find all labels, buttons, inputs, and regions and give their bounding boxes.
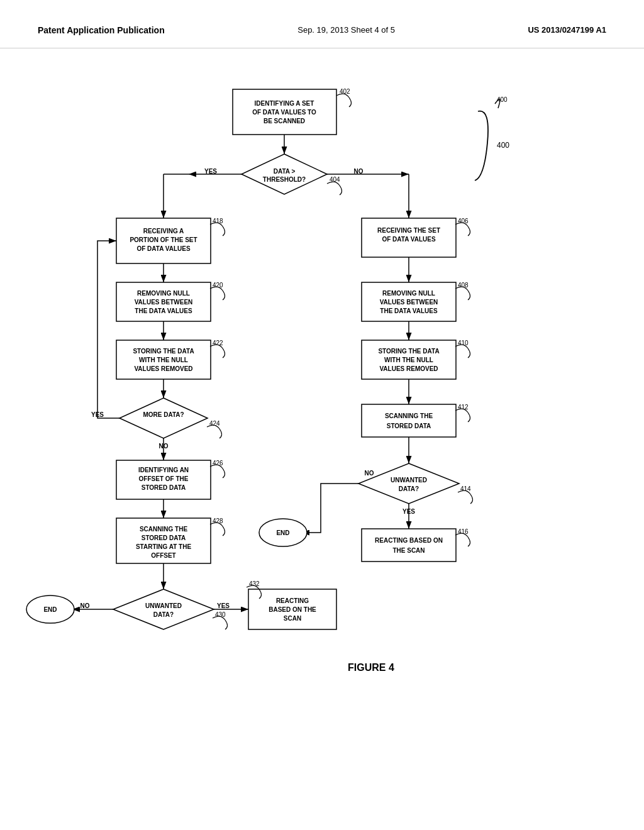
- header-center: Sep. 19, 2013 Sheet 4 of 5: [297, 25, 395, 35]
- node-432-text2: BASED ON THE: [269, 606, 316, 613]
- ref-426: 426: [213, 460, 223, 467]
- ref-412: 412: [458, 404, 469, 411]
- node-422-text3: VALUES REMOVED: [134, 365, 192, 372]
- node-402-text: IDENTIFYING A SET: [255, 100, 314, 107]
- squiggle-424: [207, 425, 222, 438]
- node-414-text2: DATA?: [399, 485, 419, 492]
- ref-406: 406: [458, 218, 469, 224]
- header-left: Patent Application Publication: [38, 25, 165, 35]
- node-418-text3: OF DATA VALUES: [136, 245, 191, 252]
- node-428-text: SCANNING THE: [140, 526, 187, 533]
- squiggle-420: [210, 287, 225, 300]
- ref-422: 422: [213, 340, 223, 346]
- node-430-diamond: [113, 589, 214, 629]
- ref-430: 430: [215, 611, 226, 618]
- node-420-text: REMOVING NULL: [137, 290, 190, 297]
- node-422-text: STORING THE DATA: [133, 348, 194, 355]
- label-yes-404: YES: [204, 168, 217, 175]
- squiggle-402: [336, 94, 352, 107]
- node-420-text3: THE DATA VALUES: [135, 307, 192, 314]
- squiggle-428: [210, 523, 225, 536]
- node-428-text4: OFFSET: [151, 552, 175, 559]
- figure-label: FIGURE 4: [348, 662, 394, 673]
- node-424-diamond: [119, 398, 208, 438]
- node-416-box: [362, 529, 456, 562]
- node-412-text2: STORED DATA: [387, 423, 431, 429]
- label-no-404: NO: [354, 168, 364, 175]
- squiggle-412: [455, 409, 470, 422]
- node-426-text: IDENTIFYING AN: [138, 467, 189, 473]
- squiggle-404: [327, 182, 342, 195]
- node-418-text2: PORTION OF THE SET: [130, 236, 197, 243]
- squiggle-410: [455, 345, 470, 358]
- node-416-text2: THE SCAN: [392, 547, 425, 554]
- node-424-text: MORE DATA?: [143, 411, 184, 418]
- squiggle-418: [210, 223, 225, 236]
- label-yes-430: YES: [217, 602, 230, 609]
- node-404-text: DATA >: [274, 168, 296, 175]
- header-right: US 2013/0247199 A1: [528, 25, 606, 35]
- node-426-text2: OFFSET OF THE: [139, 475, 189, 482]
- ref-408: 408: [458, 282, 469, 289]
- node-414-text: UNWANTED: [391, 477, 427, 484]
- squiggle-406: [455, 223, 470, 236]
- node-416-text: REACTING BASED ON: [375, 537, 443, 544]
- node-406-text: RECEIVING THE SET: [377, 227, 440, 234]
- node-428-text2: STORED DATA: [142, 534, 186, 541]
- arrow-424-yes-back: [97, 241, 119, 418]
- squiggle-426: [210, 465, 225, 478]
- label-no-430: NO: [80, 602, 90, 609]
- squiggle-414: [458, 490, 473, 504]
- node-420-text2: VALUES BETWEEN: [135, 299, 193, 306]
- node-422-text2: WITH THE NULL: [139, 357, 188, 363]
- node-404-text2: THRESHOLD?: [263, 176, 306, 183]
- ref-400-text: 400: [497, 141, 509, 150]
- ref-424: 424: [209, 420, 220, 427]
- node-412-box: [362, 404, 456, 437]
- ref-418: 418: [213, 218, 223, 224]
- arrow-414-no: [302, 484, 358, 533]
- node-428-text3: STARTING AT THE: [136, 543, 191, 550]
- node-end2-text: END: [276, 529, 289, 536]
- node-412-text: SCANNING THE: [385, 412, 433, 419]
- node-426-text3: STORED DATA: [142, 484, 186, 491]
- node-430-text: UNWANTED: [145, 602, 182, 609]
- ref-420: 420: [213, 282, 223, 289]
- label-no-414: NO: [365, 470, 374, 477]
- squiggle-422: [210, 345, 225, 358]
- node-408-text: REMOVING NULL: [382, 290, 435, 297]
- node-418-text: RECEIVING A: [143, 228, 184, 235]
- node-402-text2: OF DATA VALUES TO: [252, 109, 316, 116]
- diagram-area: IDENTIFYING A SET OF DATA VALUES TO BE S…: [0, 55, 644, 797]
- page-header: Patent Application Publication Sep. 19, …: [0, 0, 644, 48]
- node-410-text3: VALUES REMOVED: [379, 365, 438, 372]
- ref-410: 410: [458, 340, 469, 346]
- node-432-text: REACTING: [276, 597, 309, 604]
- ref-432: 432: [249, 580, 260, 587]
- ref-414: 414: [460, 485, 471, 492]
- ref-416: 416: [458, 528, 469, 535]
- node-410-text2: WITH THE NULL: [384, 357, 433, 363]
- squiggle-430: [213, 616, 228, 629]
- node-432-text3: SCAN: [284, 615, 301, 622]
- node-430-text2: DATA?: [153, 611, 174, 618]
- flowchart-svg: IDENTIFYING A SET OF DATA VALUES TO BE S…: [0, 55, 644, 797]
- node-402-text3: BE SCANNED: [264, 118, 305, 124]
- node-406-text2: OF DATA VALUES: [382, 236, 436, 243]
- bracket-400: [475, 111, 488, 180]
- node-408-text3: THE DATA VALUES: [380, 307, 438, 314]
- node-408-text2: VALUES BETWEEN: [380, 299, 438, 306]
- node-410-text: STORING THE DATA: [378, 348, 439, 355]
- node-end1-text: END: [43, 606, 57, 613]
- squiggle-408: [455, 287, 470, 300]
- squiggle-416: [455, 533, 470, 546]
- ref-428: 428: [213, 517, 223, 524]
